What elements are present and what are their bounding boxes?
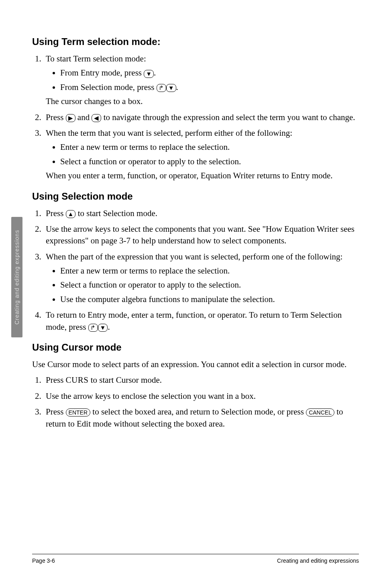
- text: .: [154, 68, 156, 78]
- text: To start Term selection mode:: [46, 54, 146, 63]
- heading-term-selection: Using Term selection mode:: [32, 36, 359, 47]
- list-item: Use the computer algebra functions to ma…: [60, 294, 359, 305]
- heading-cursor-mode: Using Cursor mode: [32, 342, 359, 353]
- key-up-icon: ▲: [66, 210, 76, 218]
- text: Press: [46, 407, 66, 416]
- text: The cursor changes to a box.: [46, 96, 359, 107]
- heading-selection-mode: Using Selection mode: [32, 191, 359, 202]
- key-shift-icon: ↱: [157, 84, 166, 92]
- list-item: Press CURS to start Cursor mode.: [43, 374, 359, 386]
- key-down-icon: ▼: [98, 324, 108, 332]
- key-right-icon: ▶: [66, 114, 75, 122]
- text: to start Selection mode.: [75, 208, 157, 218]
- page-footer: Page 3-6 Creating and editing expression…: [32, 554, 359, 564]
- text: From Entry mode, press: [60, 68, 144, 78]
- list-item: From Entry mode, press ▼.: [60, 67, 359, 79]
- text: Press: [46, 208, 66, 218]
- text: From Selection mode, press: [60, 82, 157, 92]
- list-item: From Selection mode, press ↱▼.: [60, 82, 359, 93]
- text: and: [75, 112, 92, 122]
- key-enter: ENTER: [66, 408, 90, 416]
- text: .: [108, 322, 110, 332]
- list-item: Enter a new term or terms to replace the…: [60, 141, 359, 153]
- list-item: Select a function or operator to apply t…: [60, 156, 359, 167]
- list-item: Press ▲ to start Selection mode.: [43, 208, 359, 219]
- text: Press: [46, 375, 66, 385]
- footer-page-number: Page 3-6: [32, 557, 55, 564]
- text: .: [176, 82, 178, 92]
- list-item: To start Term selection mode: From Entry…: [43, 53, 359, 108]
- curs-label: CURS: [66, 375, 89, 385]
- list-item: Press ENTER to select the boxed area, an…: [43, 406, 359, 430]
- key-left-icon: ◀: [92, 114, 101, 122]
- text: When you enter a term, function, or oper…: [46, 170, 359, 182]
- text: to select the boxed area, and return to …: [90, 407, 306, 416]
- selection-mode-list: Press ▲ to start Selection mode. Use the…: [32, 208, 359, 333]
- term-selection-list: To start Term selection mode: From Entry…: [32, 53, 359, 182]
- text: Press: [46, 112, 66, 122]
- key-down-icon: ▼: [144, 70, 154, 78]
- key-shift-icon: ↱: [88, 324, 98, 332]
- list-item: Enter a new term or terms to replace the…: [60, 265, 359, 277]
- list-item: Use the arrow keys to enclose the select…: [43, 390, 359, 402]
- intro-text: Use Cursor mode to select parts of an ex…: [32, 359, 359, 370]
- list-item: Select a function or operator to apply t…: [60, 279, 359, 291]
- list-item: Use the arrow keys to select the compone…: [43, 223, 359, 247]
- list-item: To return to Entry mode, enter a term, f…: [43, 309, 359, 333]
- list-item: When the term that you want is selected,…: [43, 127, 359, 182]
- text: When the part of the expression that you…: [46, 252, 342, 261]
- page-content: Using Term selection mode: To start Term…: [0, 0, 383, 588]
- footer-section-title: Creating and editing expressions: [277, 557, 359, 564]
- key-down-icon: ▼: [166, 84, 176, 92]
- text: When the term that you want is selected,…: [46, 128, 292, 138]
- text: to navigate through the expression and s…: [101, 112, 355, 122]
- key-cancel: CANCEL: [306, 408, 334, 416]
- cursor-mode-list: Press CURS to start Cursor mode. Use the…: [32, 374, 359, 430]
- list-item: When the part of the expression that you…: [43, 251, 359, 306]
- list-item: Press ▶ and ◀ to navigate through the ex…: [43, 112, 359, 123]
- text: to start Cursor mode.: [88, 375, 162, 385]
